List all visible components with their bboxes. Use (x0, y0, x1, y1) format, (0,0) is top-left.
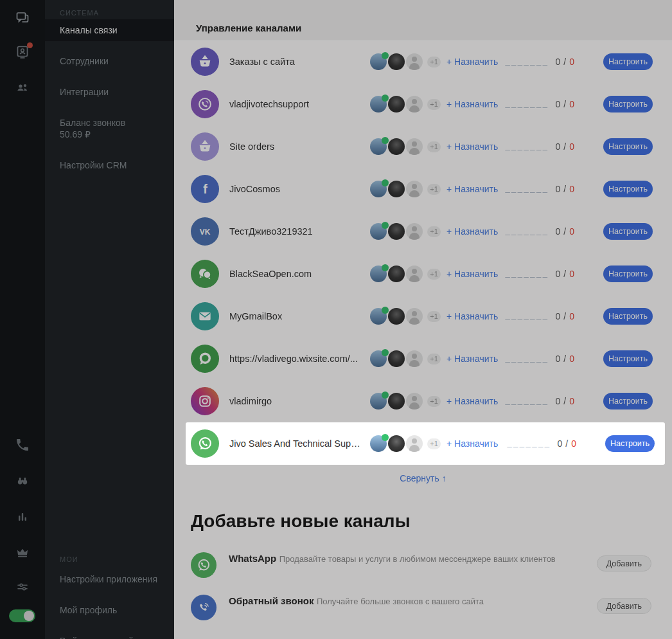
agent-avatar-placeholder (406, 350, 423, 367)
channel-type-icon: f (191, 175, 219, 203)
channel-type-icon (191, 260, 219, 288)
agent-avatars: +1 (370, 223, 441, 240)
configure-button[interactable]: Настроить (603, 96, 653, 113)
row-right-cluster: _______ 0/0 Настроить (505, 266, 653, 282)
menu-item[interactable]: Интеграции (45, 81, 174, 103)
menu-item[interactable]: Выйти из учетной записи (45, 630, 174, 639)
chat-counter: 0/0 (556, 57, 574, 67)
configure-button[interactable]: Настроить (605, 435, 655, 452)
assign-link[interactable]: + Назначить (447, 396, 498, 406)
channel-row: f JivoCosmos +1 + Назначить _______ 0/0 (174, 168, 672, 210)
row-right-cluster: _______ 0/0 Настроить (505, 138, 653, 155)
dashes-placeholder: _______ (505, 141, 549, 150)
row-right-cluster: _______ 0/0 Настроить (507, 435, 655, 452)
agent-avatar-placeholder (406, 138, 423, 155)
extra-agents-badge: +1 (427, 396, 441, 407)
chat-counter: 0/0 (556, 311, 574, 321)
configure-button[interactable]: Настроить (603, 223, 653, 240)
assign-link[interactable]: + Назначить (447, 226, 498, 237)
assign-link[interactable]: + Назначить (447, 269, 498, 279)
menu-item[interactable]: Мой профиль (45, 599, 174, 621)
agent-avatars: +1 (370, 138, 441, 155)
assign-link[interactable]: + Назначить (447, 99, 498, 109)
assign-link[interactable]: + Назначить (447, 438, 498, 449)
agent-avatar (388, 138, 405, 155)
sidebar-icon[interactable] (15, 80, 30, 95)
sidebar-icon[interactable] (15, 544, 30, 560)
channel-type-icon: VK (191, 217, 219, 246)
page-header: Управление каналами (174, 0, 672, 40)
online-dot (382, 94, 389, 102)
agent-avatar (388, 308, 405, 325)
row-right-cluster: _______ 0/0 Настроить (505, 308, 653, 325)
assign-link[interactable]: + Назначить (447, 354, 498, 364)
channel-type-icon (191, 90, 219, 118)
sidebar-icon[interactable] (15, 579, 30, 595)
configure-button[interactable]: Настроить (603, 308, 653, 325)
menu-bottom-list: Настройки приложения Мой профиль Выйти и… (45, 568, 174, 639)
dashes-placeholder: _______ (505, 183, 549, 193)
add-button[interactable]: Добавить (597, 555, 651, 572)
extra-agents-badge: +1 (427, 184, 441, 195)
assign-link[interactable]: + Назначить (447, 57, 498, 67)
configure-button[interactable]: Настроить (603, 350, 653, 367)
add-button[interactable]: Добавить (597, 598, 651, 614)
agent-avatars: +1 (370, 435, 441, 452)
add-channel-name: WhatsApp (229, 553, 276, 564)
channel-name: https://vladivego.wixsite.com/... (229, 354, 370, 364)
configure-button[interactable]: Настроить (603, 181, 653, 197)
assign-link[interactable]: + Назначить (447, 184, 498, 194)
extra-agents-badge: +1 (427, 269, 441, 280)
assign-link[interactable]: + Назначить (447, 311, 498, 321)
channel-type-icon (191, 387, 219, 415)
menu-item[interactable]: Настройки CRM (45, 154, 174, 176)
agent-avatars: +1 (370, 266, 441, 282)
menu-item[interactable]: Настройки приложения (45, 568, 174, 590)
channel-row: VK ТестДживо3219321 +1 + Назначить _____… (174, 210, 672, 253)
chat-counter: 0/0 (556, 354, 574, 364)
channel-row: Jivo Sales And Technical Support +1 + На… (186, 422, 665, 465)
agent-avatar (370, 181, 387, 197)
collapse-wrap: Свернуть ↑ (174, 465, 672, 484)
add-channel-icon (191, 595, 217, 620)
agent-avatar (388, 393, 405, 410)
channel-row: vladjivotechsupport +1 + Назначить _____… (174, 83, 672, 125)
agent-avatars: +1 (370, 350, 441, 367)
agent-avatar (388, 350, 405, 367)
online-status-toggle[interactable] (9, 609, 35, 622)
online-dot (382, 349, 389, 356)
configure-button[interactable]: Настроить (603, 393, 653, 410)
online-dot (382, 137, 389, 144)
add-channels-title: Добавьте новые каналы (191, 511, 672, 532)
agent-avatars: +1 (370, 393, 441, 410)
assign-link[interactable]: + Назначить (447, 141, 498, 152)
agent-avatar (388, 96, 405, 113)
row-right-cluster: _______ 0/0 Настроить (505, 350, 653, 367)
menu-item[interactable]: Баланс звонков 50.69 ₽ (45, 112, 174, 145)
channel-name: vladimirgo (229, 396, 370, 406)
extra-agents-badge: +1 (427, 99, 441, 110)
sidebar-icon[interactable] (15, 44, 30, 60)
sidebar-icon[interactable] (15, 10, 30, 26)
agent-avatar (370, 350, 387, 367)
agent-avatars: +1 (370, 308, 441, 325)
agent-avatar (370, 393, 387, 410)
channel-name: JivoCosmos (229, 184, 370, 194)
menu-item[interactable]: Сотрудники (45, 50, 174, 72)
extra-agents-badge: +1 (427, 354, 441, 364)
sidebar-icon[interactable] (15, 473, 30, 489)
chat-counter: 0/0 (556, 396, 574, 406)
configure-button[interactable]: Настроить (603, 53, 653, 70)
configure-button[interactable]: Настроить (603, 138, 653, 155)
agent-avatar-placeholder (406, 223, 423, 240)
sidebar-icon[interactable] (15, 437, 30, 453)
add-channel-list: WhatsApp Продавайте товары и услуги в лю… (174, 548, 672, 624)
row-right-cluster: _______ 0/0 Настроить (505, 181, 653, 197)
configure-button[interactable]: Настроить (603, 266, 653, 282)
agent-avatar (388, 266, 405, 282)
collapse-link[interactable]: Свернуть ↑ (400, 473, 446, 483)
sidebar-icon[interactable] (15, 509, 30, 525)
online-dot (382, 264, 389, 271)
menu-item[interactable]: Каналы связи (45, 19, 174, 41)
svg-text:f: f (203, 182, 208, 196)
